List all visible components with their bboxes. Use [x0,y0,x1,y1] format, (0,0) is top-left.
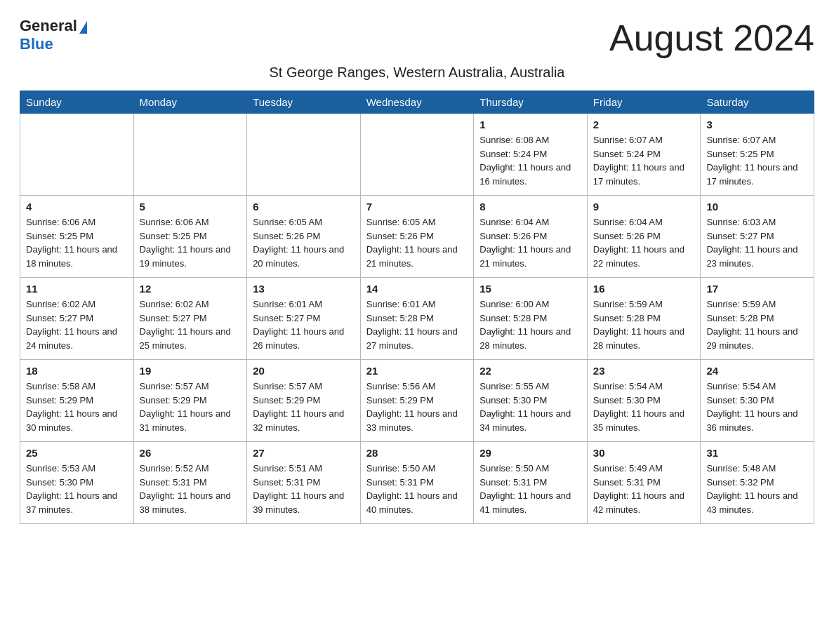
day-number: 17 [706,283,808,295]
day-info: Sunrise: 5:48 AMSunset: 5:32 PMDaylight:… [706,462,808,516]
calendar-cell: 26Sunrise: 5:52 AMSunset: 5:31 PMDayligh… [133,442,247,524]
calendar-cell: 29Sunrise: 5:50 AMSunset: 5:31 PMDayligh… [474,442,588,524]
calendar-cell: 17Sunrise: 5:59 AMSunset: 5:28 PMDayligh… [701,278,814,360]
day-info: Sunrise: 6:05 AMSunset: 5:26 PMDaylight:… [366,215,468,270]
calendar-cell: 19Sunrise: 5:57 AMSunset: 5:29 PMDayligh… [133,360,247,442]
day-number: 13 [253,283,355,295]
calendar-cell [247,114,361,196]
day-number: 14 [366,283,468,295]
week-row: 4Sunrise: 6:06 AMSunset: 5:25 PMDaylight… [20,196,814,278]
calendar-cell: 30Sunrise: 5:49 AMSunset: 5:31 PMDayligh… [587,442,701,524]
calendar-cell: 4Sunrise: 6:06 AMSunset: 5:25 PMDaylight… [20,196,134,278]
day-number: 29 [479,447,581,459]
calendar-cell: 25Sunrise: 5:53 AMSunset: 5:30 PMDayligh… [20,442,134,524]
calendar-cell: 28Sunrise: 5:50 AMSunset: 5:31 PMDayligh… [360,442,474,524]
day-number: 11 [26,283,128,295]
calendar-table: SundayMondayTuesdayWednesdayThursdayFrid… [20,90,814,524]
day-of-week-header: Saturday [701,91,814,114]
day-of-week-header: Friday [587,91,701,114]
calendar-cell: 11Sunrise: 6:02 AMSunset: 5:27 PMDayligh… [20,278,134,360]
day-number: 16 [593,283,695,295]
day-info: Sunrise: 6:07 AMSunset: 5:25 PMDaylight:… [706,133,808,188]
day-info: Sunrise: 6:02 AMSunset: 5:27 PMDaylight:… [140,297,241,352]
day-of-week-header: Sunday [20,91,134,114]
calendar-cell: 6Sunrise: 6:05 AMSunset: 5:26 PMDaylight… [247,196,361,278]
day-of-week-header: Wednesday [360,91,474,114]
day-number: 20 [253,365,355,377]
day-info: Sunrise: 5:59 AMSunset: 5:28 PMDaylight:… [706,297,808,352]
day-number: 31 [706,447,808,459]
day-number: 10 [706,201,808,213]
day-of-week-header: Monday [133,91,247,114]
day-info: Sunrise: 5:59 AMSunset: 5:28 PMDaylight:… [593,297,695,352]
month-title: August 2024 [609,17,814,59]
day-number: 6 [253,201,355,213]
day-number: 22 [479,365,581,377]
day-number: 26 [140,447,241,459]
week-row: 18Sunrise: 5:58 AMSunset: 5:29 PMDayligh… [20,360,814,442]
calendar-cell: 3Sunrise: 6:07 AMSunset: 5:25 PMDaylight… [701,114,814,196]
week-row: 25Sunrise: 5:53 AMSunset: 5:30 PMDayligh… [20,442,814,524]
day-number: 4 [26,201,128,213]
day-number: 15 [479,283,581,295]
location-subtitle: St George Ranges, Western Australia, Aus… [20,65,814,81]
day-number: 1 [479,119,581,130]
week-row: 1Sunrise: 6:08 AMSunset: 5:24 PMDaylight… [20,114,814,196]
day-of-week-header: Tuesday [247,91,361,114]
week-row: 11Sunrise: 6:02 AMSunset: 5:27 PMDayligh… [20,278,814,360]
calendar-cell: 9Sunrise: 6:04 AMSunset: 5:26 PMDaylight… [587,196,701,278]
day-info: Sunrise: 6:01 AMSunset: 5:28 PMDaylight:… [366,297,468,352]
calendar-cell: 31Sunrise: 5:48 AMSunset: 5:32 PMDayligh… [701,442,814,524]
day-number: 25 [26,447,128,459]
day-number: 19 [140,365,241,377]
day-number: 21 [366,365,468,377]
day-of-week-header: Thursday [474,91,588,114]
calendar-cell [133,114,247,196]
day-info: Sunrise: 6:07 AMSunset: 5:24 PMDaylight:… [593,133,695,188]
calendar-cell: 5Sunrise: 6:06 AMSunset: 5:25 PMDaylight… [133,196,247,278]
day-info: Sunrise: 6:03 AMSunset: 5:27 PMDaylight:… [706,215,808,270]
day-info: Sunrise: 6:06 AMSunset: 5:25 PMDaylight:… [140,215,241,270]
day-info: Sunrise: 5:51 AMSunset: 5:31 PMDaylight:… [253,462,355,516]
calendar-cell: 8Sunrise: 6:04 AMSunset: 5:26 PMDaylight… [474,196,588,278]
calendar-cell: 23Sunrise: 5:54 AMSunset: 5:30 PMDayligh… [587,360,701,442]
logo-general: General [20,17,77,35]
day-number: 8 [479,201,581,213]
calendar-cell: 15Sunrise: 6:00 AMSunset: 5:28 PMDayligh… [474,278,588,360]
day-number: 23 [593,365,695,377]
day-info: Sunrise: 6:02 AMSunset: 5:27 PMDaylight:… [26,297,128,352]
day-info: Sunrise: 5:53 AMSunset: 5:30 PMDaylight:… [26,462,128,516]
calendar-cell: 21Sunrise: 5:56 AMSunset: 5:29 PMDayligh… [360,360,474,442]
logo: General Blue [20,17,87,53]
calendar-cell: 22Sunrise: 5:55 AMSunset: 5:30 PMDayligh… [474,360,588,442]
day-info: Sunrise: 5:50 AMSunset: 5:31 PMDaylight:… [479,462,581,516]
day-info: Sunrise: 5:55 AMSunset: 5:30 PMDaylight:… [479,380,581,434]
day-info: Sunrise: 5:52 AMSunset: 5:31 PMDaylight:… [140,462,241,516]
calendar-cell [360,114,474,196]
day-info: Sunrise: 6:08 AMSunset: 5:24 PMDaylight:… [479,133,581,188]
calendar-cell: 1Sunrise: 6:08 AMSunset: 5:24 PMDaylight… [474,114,588,196]
day-info: Sunrise: 6:04 AMSunset: 5:26 PMDaylight:… [479,215,581,270]
calendar-cell: 12Sunrise: 6:02 AMSunset: 5:27 PMDayligh… [133,278,247,360]
day-number: 12 [140,283,241,295]
calendar-cell: 16Sunrise: 5:59 AMSunset: 5:28 PMDayligh… [587,278,701,360]
calendar-cell: 10Sunrise: 6:03 AMSunset: 5:27 PMDayligh… [701,196,814,278]
day-info: Sunrise: 6:06 AMSunset: 5:25 PMDaylight:… [26,215,128,270]
day-info: Sunrise: 5:57 AMSunset: 5:29 PMDaylight:… [140,380,241,434]
day-info: Sunrise: 5:54 AMSunset: 5:30 PMDaylight:… [706,380,808,434]
calendar-cell [20,114,134,196]
calendar-cell: 27Sunrise: 5:51 AMSunset: 5:31 PMDayligh… [247,442,361,524]
calendar-cell: 2Sunrise: 6:07 AMSunset: 5:24 PMDaylight… [587,114,701,196]
day-number: 5 [140,201,241,213]
day-info: Sunrise: 6:00 AMSunset: 5:28 PMDaylight:… [479,297,581,352]
calendar-header: SundayMondayTuesdayWednesdayThursdayFrid… [20,91,814,114]
day-info: Sunrise: 5:56 AMSunset: 5:29 PMDaylight:… [366,380,468,434]
calendar-body: 1Sunrise: 6:08 AMSunset: 5:24 PMDaylight… [20,114,814,524]
day-info: Sunrise: 5:50 AMSunset: 5:31 PMDaylight:… [366,462,468,516]
day-info: Sunrise: 5:57 AMSunset: 5:29 PMDaylight:… [253,380,355,434]
day-info: Sunrise: 5:49 AMSunset: 5:31 PMDaylight:… [593,462,695,516]
day-info: Sunrise: 6:05 AMSunset: 5:26 PMDaylight:… [253,215,355,270]
logo-triangle-icon [79,21,87,34]
calendar-cell: 13Sunrise: 6:01 AMSunset: 5:27 PMDayligh… [247,278,361,360]
logo-blue: Blue [20,35,87,53]
